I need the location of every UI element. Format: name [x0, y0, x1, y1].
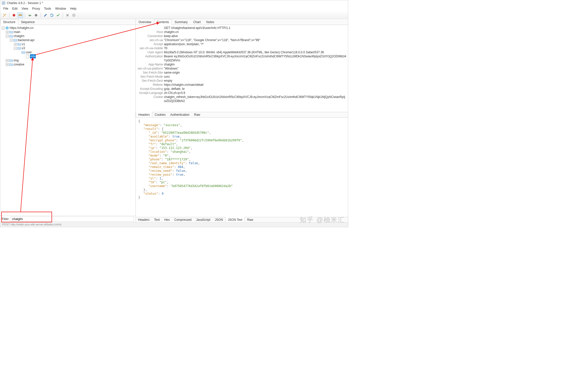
header-value: chatglm.cn — [164, 30, 346, 34]
tree-creative[interactable]: + creative — [5, 62, 136, 66]
collapse-icon[interactable]: − — [14, 47, 17, 50]
tab-notes[interactable]: Notes — [204, 19, 217, 25]
menu-window[interactable]: Window — [53, 6, 68, 11]
expand-icon[interactable]: + — [6, 59, 9, 62]
folder-icon — [21, 50, 25, 54]
title-bar: Charles 4.6.2 - Session 1 * — [0, 0, 348, 6]
left-tabs: Structure Sequence — [0, 19, 136, 25]
res-tab-text[interactable]: Text — [152, 217, 162, 222]
tab-structure[interactable]: Structure — [0, 19, 18, 25]
res-tab-raw[interactable]: Raw — [245, 217, 256, 222]
expand-icon[interactable]: + — [6, 31, 9, 34]
res-tab-headers[interactable]: Headers — [136, 217, 152, 222]
tab-chart[interactable]: Chart — [190, 19, 203, 25]
res-tab-compressed[interactable]: Compressed — [172, 217, 194, 222]
svg-point-1 — [13, 14, 15, 16]
menu-tools[interactable]: Tools — [42, 6, 53, 11]
req-tab-raw[interactable]: Raw — [192, 112, 203, 117]
expand-icon[interactable]: + — [6, 63, 9, 66]
tab-overview[interactable]: Overview — [136, 19, 154, 25]
throttle-icon[interactable] — [18, 12, 23, 18]
header-value: chatglm — [164, 62, 346, 66]
res-tab-javascript[interactable]: JavaScript — [194, 217, 213, 222]
svg-point-4 — [31, 15, 31, 15]
tab-contents[interactable]: Contents — [154, 19, 172, 25]
req-tab-cookies[interactable]: Cookies — [152, 112, 168, 117]
tree-view[interactable]: − https://chatglm.cn + main − — [0, 25, 136, 215]
globe-icon — [5, 26, 9, 30]
status-bar: POST http://static-pcs-sdk-server.alibab… — [0, 222, 348, 227]
header-key: Host — [137, 30, 164, 34]
collapse-icon[interactable]: − — [6, 35, 9, 38]
record-icon[interactable] — [11, 12, 17, 18]
folder-icon — [9, 30, 13, 34]
header-key: Connection — [137, 34, 164, 38]
settings-icon[interactable] — [71, 12, 77, 18]
header-key: Accept-Language — [137, 91, 164, 95]
right-tabs: Overview Contents Summary Chart Notes — [136, 19, 348, 25]
req-tab-auth[interactable]: Authentication — [168, 112, 192, 117]
header-key: sec-ch-ua-mobile — [137, 46, 164, 50]
header-value: Bearer eyJhbGciOiJIUzI1NiIsInR5cCI6IkpXV… — [164, 54, 346, 62]
header-key: Accept — [137, 42, 164, 46]
res-tab-json[interactable]: JSON — [213, 217, 225, 222]
tree-v1[interactable]: + v1 — [13, 42, 136, 46]
tree-host-label: https://chatglm.cn — [10, 26, 33, 30]
broom-icon[interactable] — [2, 12, 7, 18]
req-tab-headers[interactable]: Headers — [136, 112, 152, 117]
tab-summary[interactable]: Summary — [172, 19, 190, 25]
menu-view[interactable]: View — [20, 6, 30, 11]
tree-user[interactable]: user — [18, 50, 136, 54]
pencil-icon[interactable] — [43, 12, 48, 18]
header-key: User-Agent — [137, 50, 164, 54]
menu-help[interactable]: Help — [68, 6, 78, 11]
response-sub-tabs: Headers Text Hex Compressed JavaScript J… — [136, 217, 348, 222]
tools-icon[interactable] — [65, 12, 70, 18]
tree-main[interactable]: + main — [5, 30, 136, 34]
header-value: same-origin — [164, 71, 346, 75]
header-value: Mozilla/5.0 (Windows NT 10.0; Win64; x64… — [164, 50, 346, 54]
menu-proxy[interactable]: Proxy — [30, 6, 42, 11]
request-headers[interactable]: GET /chatglm/backend-api/v3/user/info HT… — [136, 25, 348, 112]
tree-host[interactable]: − https://chatglm.cn — [1, 26, 136, 30]
repeat-icon[interactable] — [49, 12, 55, 18]
res-tab-jsontext[interactable]: JSON Text — [225, 217, 245, 222]
expand-icon[interactable]: + — [14, 43, 17, 46]
tree-info[interactable]: info — [22, 54, 136, 58]
app-icon — [2, 1, 5, 5]
check-icon[interactable] — [55, 12, 61, 18]
header-value: "Windows" — [164, 66, 346, 71]
menu-file[interactable]: File — [1, 6, 10, 11]
header-value: "Chromium";v="118", "Google Chrome";v="1… — [164, 38, 346, 42]
res-tab-hex[interactable]: Hex — [162, 217, 172, 222]
header-value: zh-CN,zh;q=0.9 — [164, 91, 346, 95]
toolbar — [0, 11, 348, 19]
turtle-icon[interactable] — [27, 12, 32, 18]
header-value: https://chatglm.cn/main/detail — [164, 83, 346, 87]
collapse-icon[interactable]: − — [10, 39, 13, 42]
folder-icon — [9, 62, 13, 66]
header-key: Referer — [137, 83, 164, 87]
window-title: Charles 4.6.2 - Session 1 * — [7, 1, 43, 5]
filter-input[interactable] — [11, 216, 134, 222]
tree-chatglm[interactable]: − chatglm — [5, 34, 136, 38]
header-key: Accept-Encoding — [137, 87, 164, 91]
tree-v3[interactable]: − v3 — [13, 46, 136, 50]
breakpoint-icon[interactable] — [33, 12, 39, 18]
tab-sequence[interactable]: Sequence — [18, 19, 38, 25]
svg-point-7 — [73, 15, 74, 16]
folder-icon — [13, 38, 17, 42]
header-key: Sec-Fetch-Site — [137, 71, 164, 75]
collapse-icon[interactable]: − — [2, 27, 5, 29]
menu-edit[interactable]: Edit — [10, 6, 20, 11]
response-body[interactable]: {"message": "success","result": {"_id": … — [136, 118, 348, 217]
header-key: Cookie — [137, 95, 164, 103]
svg-point-3 — [28, 15, 31, 16]
tree-backend-api[interactable]: − backend-api — [9, 38, 136, 42]
header-key: Sec-Fetch-Dest — [137, 79, 164, 83]
tree-img[interactable]: + img — [5, 58, 136, 62]
svg-marker-5 — [35, 14, 38, 17]
folder-icon — [9, 34, 13, 38]
filter-row: Filter: — [0, 215, 136, 222]
header-key: App-Name — [137, 62, 164, 66]
